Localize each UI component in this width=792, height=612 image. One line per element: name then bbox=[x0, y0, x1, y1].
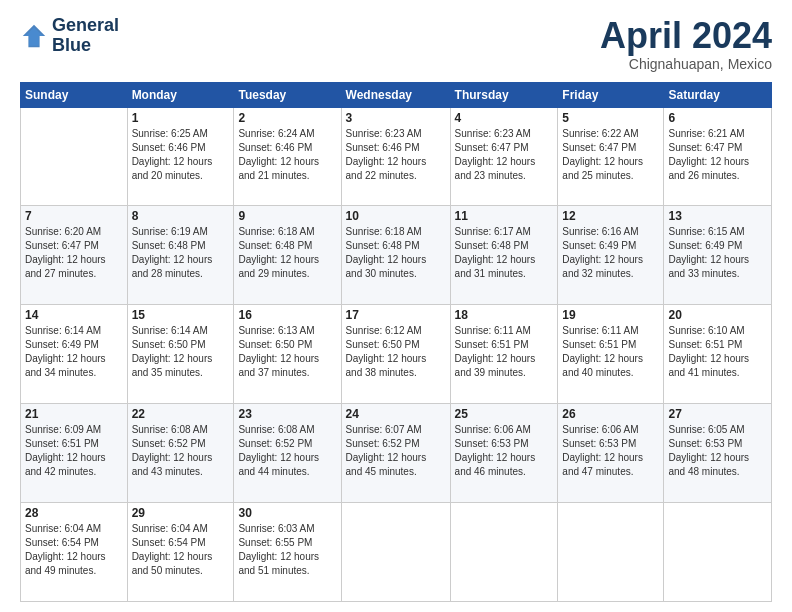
calendar-cell: 5Sunrise: 6:22 AM Sunset: 6:47 PM Daylig… bbox=[558, 107, 664, 206]
calendar-week-row: 21Sunrise: 6:09 AM Sunset: 6:51 PM Dayli… bbox=[21, 404, 772, 503]
calendar-cell: 13Sunrise: 6:15 AM Sunset: 6:49 PM Dayli… bbox=[664, 206, 772, 305]
calendar-cell: 9Sunrise: 6:18 AM Sunset: 6:48 PM Daylig… bbox=[234, 206, 341, 305]
calendar-cell: 17Sunrise: 6:12 AM Sunset: 6:50 PM Dayli… bbox=[341, 305, 450, 404]
day-number: 4 bbox=[455, 111, 554, 125]
subtitle: Chignahuapan, Mexico bbox=[600, 56, 772, 72]
day-info: Sunrise: 6:14 AM Sunset: 6:50 PM Dayligh… bbox=[132, 324, 230, 380]
calendar-day-header: Saturday bbox=[664, 82, 772, 107]
day-info: Sunrise: 6:21 AM Sunset: 6:47 PM Dayligh… bbox=[668, 127, 767, 183]
calendar-week-row: 28Sunrise: 6:04 AM Sunset: 6:54 PM Dayli… bbox=[21, 503, 772, 602]
day-info: Sunrise: 6:03 AM Sunset: 6:55 PM Dayligh… bbox=[238, 522, 336, 578]
day-number: 21 bbox=[25, 407, 123, 421]
calendar-cell: 15Sunrise: 6:14 AM Sunset: 6:50 PM Dayli… bbox=[127, 305, 234, 404]
calendar-cell: 3Sunrise: 6:23 AM Sunset: 6:46 PM Daylig… bbox=[341, 107, 450, 206]
day-info: Sunrise: 6:06 AM Sunset: 6:53 PM Dayligh… bbox=[562, 423, 659, 479]
calendar-cell: 25Sunrise: 6:06 AM Sunset: 6:53 PM Dayli… bbox=[450, 404, 558, 503]
logo-icon bbox=[20, 22, 48, 50]
calendar-cell: 6Sunrise: 6:21 AM Sunset: 6:47 PM Daylig… bbox=[664, 107, 772, 206]
calendar-day-header: Friday bbox=[558, 82, 664, 107]
calendar-cell: 1Sunrise: 6:25 AM Sunset: 6:46 PM Daylig… bbox=[127, 107, 234, 206]
day-info: Sunrise: 6:07 AM Sunset: 6:52 PM Dayligh… bbox=[346, 423, 446, 479]
logo-text: General Blue bbox=[52, 16, 119, 56]
day-number: 18 bbox=[455, 308, 554, 322]
day-info: Sunrise: 6:10 AM Sunset: 6:51 PM Dayligh… bbox=[668, 324, 767, 380]
day-info: Sunrise: 6:06 AM Sunset: 6:53 PM Dayligh… bbox=[455, 423, 554, 479]
calendar-cell: 21Sunrise: 6:09 AM Sunset: 6:51 PM Dayli… bbox=[21, 404, 128, 503]
calendar-cell: 8Sunrise: 6:19 AM Sunset: 6:48 PM Daylig… bbox=[127, 206, 234, 305]
calendar-day-header: Tuesday bbox=[234, 82, 341, 107]
day-info: Sunrise: 6:14 AM Sunset: 6:49 PM Dayligh… bbox=[25, 324, 123, 380]
day-info: Sunrise: 6:17 AM Sunset: 6:48 PM Dayligh… bbox=[455, 225, 554, 281]
calendar-cell bbox=[450, 503, 558, 602]
day-number: 27 bbox=[668, 407, 767, 421]
day-number: 9 bbox=[238, 209, 336, 223]
day-number: 8 bbox=[132, 209, 230, 223]
day-number: 29 bbox=[132, 506, 230, 520]
day-info: Sunrise: 6:19 AM Sunset: 6:48 PM Dayligh… bbox=[132, 225, 230, 281]
day-number: 2 bbox=[238, 111, 336, 125]
day-info: Sunrise: 6:22 AM Sunset: 6:47 PM Dayligh… bbox=[562, 127, 659, 183]
day-number: 5 bbox=[562, 111, 659, 125]
calendar-day-header: Monday bbox=[127, 82, 234, 107]
calendar-cell: 27Sunrise: 6:05 AM Sunset: 6:53 PM Dayli… bbox=[664, 404, 772, 503]
day-info: Sunrise: 6:23 AM Sunset: 6:46 PM Dayligh… bbox=[346, 127, 446, 183]
day-info: Sunrise: 6:08 AM Sunset: 6:52 PM Dayligh… bbox=[238, 423, 336, 479]
day-info: Sunrise: 6:11 AM Sunset: 6:51 PM Dayligh… bbox=[562, 324, 659, 380]
calendar-cell: 7Sunrise: 6:20 AM Sunset: 6:47 PM Daylig… bbox=[21, 206, 128, 305]
calendar-week-row: 1Sunrise: 6:25 AM Sunset: 6:46 PM Daylig… bbox=[21, 107, 772, 206]
calendar-cell: 14Sunrise: 6:14 AM Sunset: 6:49 PM Dayli… bbox=[21, 305, 128, 404]
day-number: 20 bbox=[668, 308, 767, 322]
calendar-header-row: SundayMondayTuesdayWednesdayThursdayFrid… bbox=[21, 82, 772, 107]
day-info: Sunrise: 6:09 AM Sunset: 6:51 PM Dayligh… bbox=[25, 423, 123, 479]
calendar-cell: 2Sunrise: 6:24 AM Sunset: 6:46 PM Daylig… bbox=[234, 107, 341, 206]
day-info: Sunrise: 6:24 AM Sunset: 6:46 PM Dayligh… bbox=[238, 127, 336, 183]
day-info: Sunrise: 6:12 AM Sunset: 6:50 PM Dayligh… bbox=[346, 324, 446, 380]
calendar-cell: 11Sunrise: 6:17 AM Sunset: 6:48 PM Dayli… bbox=[450, 206, 558, 305]
calendar-week-row: 7Sunrise: 6:20 AM Sunset: 6:47 PM Daylig… bbox=[21, 206, 772, 305]
day-number: 30 bbox=[238, 506, 336, 520]
header: General Blue April 2024 Chignahuapan, Me… bbox=[20, 16, 772, 72]
day-info: Sunrise: 6:20 AM Sunset: 6:47 PM Dayligh… bbox=[25, 225, 123, 281]
day-info: Sunrise: 6:16 AM Sunset: 6:49 PM Dayligh… bbox=[562, 225, 659, 281]
calendar-cell bbox=[664, 503, 772, 602]
day-number: 16 bbox=[238, 308, 336, 322]
day-number: 6 bbox=[668, 111, 767, 125]
day-info: Sunrise: 6:04 AM Sunset: 6:54 PM Dayligh… bbox=[132, 522, 230, 578]
day-number: 24 bbox=[346, 407, 446, 421]
calendar-cell: 4Sunrise: 6:23 AM Sunset: 6:47 PM Daylig… bbox=[450, 107, 558, 206]
day-number: 28 bbox=[25, 506, 123, 520]
calendar-cell: 18Sunrise: 6:11 AM Sunset: 6:51 PM Dayli… bbox=[450, 305, 558, 404]
day-info: Sunrise: 6:11 AM Sunset: 6:51 PM Dayligh… bbox=[455, 324, 554, 380]
calendar-cell bbox=[558, 503, 664, 602]
day-number: 23 bbox=[238, 407, 336, 421]
day-number: 22 bbox=[132, 407, 230, 421]
calendar-cell: 30Sunrise: 6:03 AM Sunset: 6:55 PM Dayli… bbox=[234, 503, 341, 602]
day-number: 10 bbox=[346, 209, 446, 223]
calendar-cell: 29Sunrise: 6:04 AM Sunset: 6:54 PM Dayli… bbox=[127, 503, 234, 602]
calendar-day-header: Sunday bbox=[21, 82, 128, 107]
title-block: April 2024 Chignahuapan, Mexico bbox=[600, 16, 772, 72]
calendar-week-row: 14Sunrise: 6:14 AM Sunset: 6:49 PM Dayli… bbox=[21, 305, 772, 404]
day-info: Sunrise: 6:05 AM Sunset: 6:53 PM Dayligh… bbox=[668, 423, 767, 479]
svg-marker-1 bbox=[25, 27, 43, 45]
day-number: 1 bbox=[132, 111, 230, 125]
calendar-cell: 26Sunrise: 6:06 AM Sunset: 6:53 PM Dayli… bbox=[558, 404, 664, 503]
day-info: Sunrise: 6:18 AM Sunset: 6:48 PM Dayligh… bbox=[238, 225, 336, 281]
logo-line2: Blue bbox=[52, 36, 119, 56]
day-number: 19 bbox=[562, 308, 659, 322]
page: General Blue April 2024 Chignahuapan, Me… bbox=[0, 0, 792, 612]
day-info: Sunrise: 6:13 AM Sunset: 6:50 PM Dayligh… bbox=[238, 324, 336, 380]
day-number: 3 bbox=[346, 111, 446, 125]
calendar-cell: 19Sunrise: 6:11 AM Sunset: 6:51 PM Dayli… bbox=[558, 305, 664, 404]
calendar-day-header: Thursday bbox=[450, 82, 558, 107]
day-info: Sunrise: 6:18 AM Sunset: 6:48 PM Dayligh… bbox=[346, 225, 446, 281]
calendar-cell bbox=[21, 107, 128, 206]
main-title: April 2024 bbox=[600, 16, 772, 56]
day-info: Sunrise: 6:23 AM Sunset: 6:47 PM Dayligh… bbox=[455, 127, 554, 183]
logo: General Blue bbox=[20, 16, 119, 56]
calendar-cell: 28Sunrise: 6:04 AM Sunset: 6:54 PM Dayli… bbox=[21, 503, 128, 602]
day-number: 26 bbox=[562, 407, 659, 421]
day-number: 7 bbox=[25, 209, 123, 223]
calendar-cell: 22Sunrise: 6:08 AM Sunset: 6:52 PM Dayli… bbox=[127, 404, 234, 503]
calendar-cell: 20Sunrise: 6:10 AM Sunset: 6:51 PM Dayli… bbox=[664, 305, 772, 404]
